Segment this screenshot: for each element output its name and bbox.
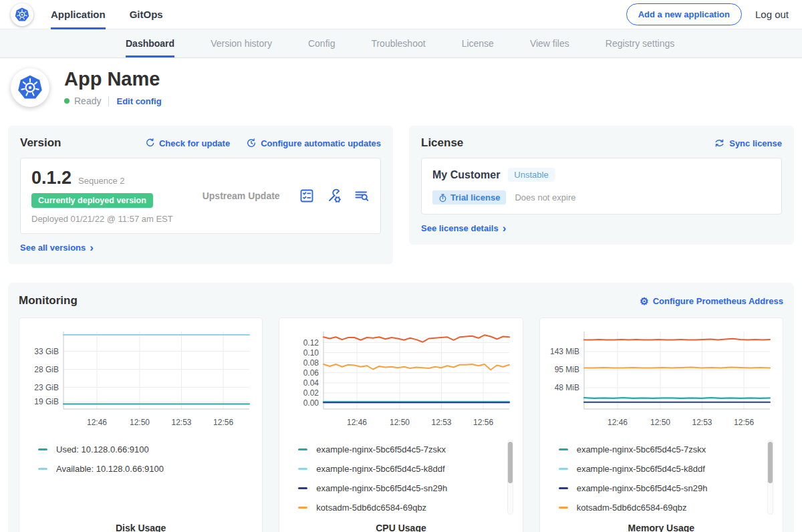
license-card-header: License Sync license (421, 136, 782, 150)
tab-license-label: License (462, 38, 494, 49)
tab-version-history[interactable]: Version history (211, 29, 272, 57)
app-info: App Name Ready Edit config (64, 68, 162, 107)
configure-prometheus-link[interactable]: ⚙ Configure Prometheus Address (640, 296, 783, 306)
app-logo (11, 68, 49, 107)
version-info: 0.1.2 Sequence 2 Currently deployed vers… (31, 168, 173, 224)
legend-swatch (298, 468, 307, 470)
sync-arrows-icon (714, 138, 725, 148)
svg-text:0.04: 0.04 (303, 378, 319, 388)
legend-swatch (559, 487, 568, 489)
view-diff-icon[interactable] (354, 188, 370, 204)
memory-usage-legend: example-nginx-5bc6f5d4c5-7zskxexample-ng… (547, 440, 776, 517)
legend-label: Available: 10.128.0.66:9100 (56, 464, 164, 474)
check-for-update-link[interactable]: Check for update (144, 138, 230, 148)
nav-tab-application[interactable]: Application (51, 0, 106, 29)
version-sequence: Sequence 2 (78, 176, 124, 186)
tab-config-label: Config (308, 38, 335, 49)
chart-canvas: 12:4612:5012:5312:5648 MiB95 MiB143 MiB (548, 326, 775, 430)
svg-text:0.06: 0.06 (303, 368, 319, 378)
config-wrench-icon[interactable] (326, 188, 342, 204)
legend-swatch (38, 448, 47, 450)
svg-text:48 MiB: 48 MiB (554, 383, 579, 392)
legend-swatch (559, 448, 568, 450)
svg-text:23 GiB: 23 GiB (34, 383, 59, 392)
cpu-usage-title: CPU Usage (286, 523, 515, 532)
legend-swatch (559, 468, 568, 470)
tab-troubleshoot[interactable]: Troubleshoot (371, 29, 425, 57)
legend-item: Available: 10.128.0.66:9100 (38, 459, 255, 479)
gear-icon: ⚙ (640, 296, 648, 306)
nav-tab-gitops[interactable]: GitOps (130, 0, 163, 29)
see-license-details-link[interactable]: See license details › (421, 223, 506, 233)
svg-text:0.00: 0.00 (303, 398, 319, 408)
cpu-usage-card: 12:4612:5012:5312:560.000.020.040.060.08… (279, 317, 523, 532)
legend-item: example-nginx-5bc6f5d4c5-sn29h (559, 479, 776, 498)
svg-text:0.12: 0.12 (303, 338, 319, 348)
tab-view-files[interactable]: View files (530, 29, 569, 57)
svg-text:12:50: 12:50 (390, 418, 410, 427)
kubernetes-logo[interactable] (11, 3, 33, 26)
preflight-checklist-icon[interactable] (299, 188, 315, 204)
license-card: License Sync license My Customer Unstabl… (409, 126, 794, 245)
logout-link[interactable]: Log out (755, 9, 789, 20)
sync-license-link[interactable]: Sync license (714, 138, 782, 148)
status-dot-icon (64, 98, 70, 104)
disk-usage-chart: 12:4612:5012:5312:5619 GiB23 GiB28 GiB33… (26, 326, 255, 430)
legend-swatch (298, 448, 307, 450)
svg-text:12:56: 12:56 (474, 418, 494, 427)
legend-item: example-nginx-5bc6f5d4c5-sn29h (298, 479, 515, 498)
version-card: Version Check for update Configure au (8, 126, 393, 264)
legend-scrollbar[interactable] (507, 440, 513, 515)
check-for-update-label: Check for update (159, 138, 230, 148)
legend-item: kotsadm-5db6dc6584-69qbz (298, 498, 515, 517)
tab-registry-settings[interactable]: Registry settings (606, 29, 674, 57)
tab-troubleshoot-label: Troubleshoot (371, 38, 425, 49)
legend-swatch (559, 507, 568, 509)
legend-scrollbar-thumb[interactable] (768, 442, 773, 483)
channel-badge: Unstable (508, 168, 554, 182)
license-title: License (421, 136, 463, 150)
trial-license-badge: Trial license (432, 190, 506, 205)
legend-item: example-nginx-5bc6f5d4c5-7zskx (559, 440, 776, 459)
svg-text:28 GiB: 28 GiB (34, 365, 59, 374)
see-all-versions-label: See all versions (20, 243, 86, 253)
svg-text:12:53: 12:53 (432, 418, 452, 427)
legend-label: example-nginx-5bc6f5d4c5-7zskx (577, 444, 706, 454)
legend-scrollbar-thumb[interactable] (508, 442, 513, 483)
tab-dashboard[interactable]: Dashboard (126, 29, 174, 57)
stopwatch-icon (438, 193, 447, 203)
tab-view-files-label: View files (530, 38, 569, 49)
legend-item: example-nginx-5bc6f5d4c5-k8ddf (298, 459, 515, 479)
svg-text:143 MiB: 143 MiB (550, 347, 579, 356)
charts-row: 12:4612:5012:5312:5619 GiB23 GiB28 GiB33… (19, 317, 783, 532)
legend-label: kotsadm-5db6dc6584-69qbz (316, 503, 426, 513)
legend-label: Used: 10.128.0.66:9100 (56, 444, 149, 454)
see-all-versions-link[interactable]: See all versions › (20, 243, 94, 253)
monitoring-section: Monitoring ⚙ Configure Prometheus Addres… (8, 283, 794, 532)
legend-label: example-nginx-5bc6f5d4c5-sn29h (316, 483, 447, 493)
legend-swatch (298, 487, 307, 489)
svg-text:12:46: 12:46 (348, 418, 368, 427)
configure-automatic-updates-link[interactable]: Configure automatic updates (246, 138, 381, 148)
tab-registry-settings-label: Registry settings (606, 38, 674, 49)
disk-usage-title: Disk Usage (26, 523, 255, 532)
legend-label: example-nginx-5bc6f5d4c5-sn29h (577, 483, 708, 493)
svg-text:12:53: 12:53 (692, 418, 712, 427)
top-nav: Application GitOps Add a new application… (0, 0, 802, 29)
app-sub-nav: Dashboard Version history Config Trouble… (0, 29, 802, 58)
add-application-button[interactable]: Add a new application (626, 3, 742, 25)
svg-text:12:56: 12:56 (734, 418, 754, 427)
tab-version-history-label: Version history (211, 38, 272, 49)
version-actions: Check for update Configure automatic upd… (144, 138, 381, 148)
kubernetes-wheel-icon (17, 75, 43, 100)
tab-config[interactable]: Config (308, 29, 335, 57)
version-title: Version (20, 136, 61, 150)
tab-license[interactable]: License (462, 29, 494, 57)
page-title: App Name (64, 68, 162, 90)
legend-item: example-nginx-5bc6f5d4c5-7zskx (298, 440, 515, 459)
trial-license-label: Trial license (450, 192, 500, 203)
svg-text:12:46: 12:46 (87, 418, 107, 427)
cpu-usage-legend: example-nginx-5bc6f5d4c5-7zskxexample-ng… (286, 440, 515, 517)
legend-scrollbar[interactable] (767, 440, 773, 515)
edit-config-link[interactable]: Edit config (116, 96, 161, 106)
